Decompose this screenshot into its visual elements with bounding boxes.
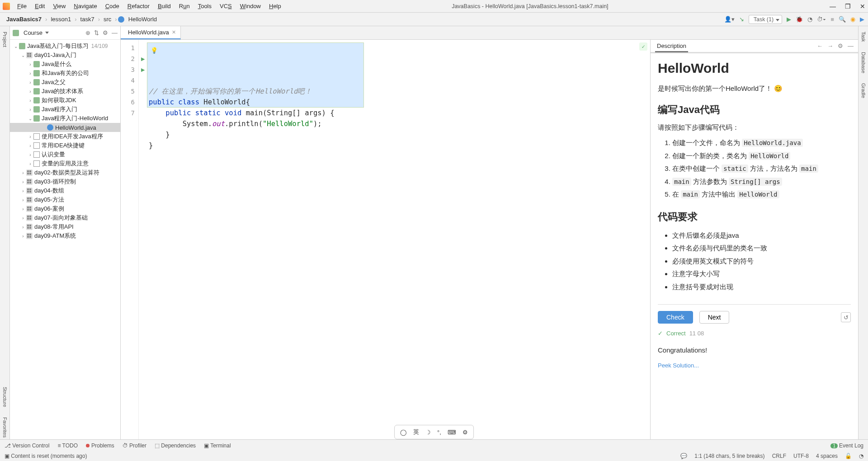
menu-help[interactable]: Help bbox=[265, 1, 285, 11]
crumb-1[interactable]: lesson1 bbox=[48, 15, 74, 24]
menu-view[interactable]: View bbox=[49, 1, 69, 11]
run-main-icon[interactable]: ▶ bbox=[139, 64, 147, 75]
coverage-icon[interactable]: ◔ bbox=[807, 16, 812, 23]
tree-item[interactable]: 变量的应用及注意 bbox=[10, 159, 120, 168]
run-gutter[interactable]: ▶▶ bbox=[139, 40, 147, 439]
crumb-2[interactable]: task7 bbox=[78, 15, 97, 24]
tool-task[interactable]: Task bbox=[861, 30, 866, 44]
menu-window[interactable]: Window bbox=[236, 1, 264, 11]
tree-day[interactable]: day05-方法 bbox=[10, 195, 120, 204]
minimize-icon[interactable]: — bbox=[830, 3, 836, 10]
inspection-ok-icon[interactable]: ✓ bbox=[639, 42, 647, 51]
hide-icon[interactable]: — bbox=[112, 29, 118, 36]
close-icon[interactable]: ✕ bbox=[860, 3, 865, 10]
peek-solution-link[interactable]: Peek Solution... bbox=[658, 362, 851, 369]
tree-item[interactable]: Java是什么 bbox=[10, 60, 120, 69]
encoding[interactable]: UTF-8 bbox=[793, 453, 809, 459]
gear-icon[interactable]: ⚙ bbox=[838, 42, 843, 49]
indent[interactable]: 4 spaces bbox=[816, 453, 838, 459]
tree-item[interactable]: Java之父 bbox=[10, 78, 120, 87]
menu-refactor[interactable]: Refactor bbox=[124, 1, 153, 11]
tool-project[interactable]: Project bbox=[2, 30, 8, 49]
menu-vcs[interactable]: VCS bbox=[216, 1, 236, 11]
tool-gradle[interactable]: Gradle bbox=[861, 81, 866, 100]
tree-item[interactable]: Java的技术体系 bbox=[10, 87, 120, 96]
menu-build[interactable]: Build bbox=[154, 1, 175, 11]
line-sep[interactable]: CRLF bbox=[772, 453, 786, 459]
notif-icon[interactable]: 💬 bbox=[680, 453, 687, 459]
next-button[interactable]: Next bbox=[699, 311, 730, 324]
caret-pos[interactable]: 1:1 (148 chars, 5 line breaks) bbox=[694, 453, 764, 459]
run-icon[interactable]: ▶ bbox=[787, 16, 791, 23]
menu-edit[interactable]: Edit bbox=[31, 1, 48, 11]
close-tab-icon[interactable]: ✕ bbox=[172, 29, 176, 35]
course-tree[interactable]: Java基础入门-每日练习14/109 day01-Java入门 Java是什么… bbox=[10, 40, 120, 439]
crumb-4[interactable]: HelloWorld bbox=[126, 15, 160, 24]
tree-root[interactable]: Java基础入门-每日练习14/109 bbox=[10, 42, 120, 51]
tool-deps[interactable]: ⬚ Dependencies bbox=[155, 442, 196, 449]
ime-logo-icon[interactable]: ◯ bbox=[400, 429, 407, 436]
tool-database[interactable]: Database bbox=[861, 50, 866, 75]
crumb-3[interactable]: src bbox=[101, 15, 114, 24]
menu-file[interactable]: FFileile bbox=[14, 1, 30, 11]
task-selector[interactable]: Task (1) bbox=[749, 15, 782, 24]
tree-day[interactable]: day02-数据类型及运算符 bbox=[10, 168, 120, 177]
tree-day[interactable]: day06-案例 bbox=[10, 204, 120, 213]
intention-bulb-icon[interactable]: 💡 bbox=[151, 45, 158, 56]
mem-icon[interactable]: ◔ bbox=[859, 453, 863, 459]
tool-structure[interactable]: Structure bbox=[2, 385, 8, 409]
search-icon[interactable]: 🔍 bbox=[839, 16, 846, 23]
maximize-icon[interactable]: ❐ bbox=[845, 3, 851, 10]
ime-gear-icon[interactable]: ⚙ bbox=[462, 429, 468, 436]
crumb-project[interactable]: JavaBasics7 bbox=[4, 15, 44, 24]
menu-code[interactable]: Code bbox=[102, 1, 123, 11]
tree-item[interactable]: 使用IDEA开发Java程序 bbox=[10, 132, 120, 141]
profile-icon[interactable]: ⏱▾ bbox=[817, 16, 826, 23]
tool-problems[interactable]: Problems bbox=[86, 442, 114, 449]
readonly-icon[interactable]: 🔓 bbox=[845, 453, 852, 459]
tool-vcs[interactable]: ⎇ Version Control bbox=[5, 442, 49, 449]
tool-terminal[interactable]: ▣ Terminal bbox=[204, 442, 231, 449]
tree-day[interactable]: day03-循环控制 bbox=[10, 177, 120, 186]
tree-item[interactable]: 认识变量 bbox=[10, 150, 120, 159]
tool-favorites[interactable]: Favorites bbox=[2, 415, 8, 439]
tree-item[interactable]: 如何获取JDK bbox=[10, 96, 120, 105]
ime-keyboard-icon[interactable]: ⌨ bbox=[448, 429, 456, 436]
check-button[interactable]: Check bbox=[658, 311, 693, 324]
desc-tab[interactable]: Description bbox=[655, 41, 688, 52]
editor-tab[interactable]: HelloWorld.java ✕ bbox=[121, 26, 181, 39]
reset-icon[interactable]: ↺ bbox=[841, 312, 851, 322]
user-icon[interactable]: 👤▾ bbox=[724, 16, 735, 23]
debug-icon[interactable]: 🐞 bbox=[796, 16, 803, 23]
tree-hw-file[interactable]: HelloWorld.java bbox=[10, 123, 120, 132]
learn-icon[interactable]: ▶ bbox=[860, 16, 864, 23]
tree-day[interactable]: day07-面向对象基础 bbox=[10, 213, 120, 222]
tree-day01[interactable]: day01-Java入门 bbox=[10, 51, 120, 60]
back-icon[interactable]: ← bbox=[817, 42, 823, 49]
ide-scripting-icon[interactable]: ◉ bbox=[850, 16, 855, 23]
ime-toolbar[interactable]: ◯ 英 ☽ °, ⌨ ⚙ bbox=[394, 425, 474, 439]
course-dropdown[interactable]: Course bbox=[21, 28, 52, 37]
tool-todo[interactable]: ≡ TODO bbox=[57, 442, 78, 449]
code-editor[interactable]: 💡 ✓ // 在这里，开始编写你的第一个HelloWorld吧！ public … bbox=[147, 40, 650, 439]
locate-icon[interactable]: ⊕ bbox=[85, 29, 90, 36]
collapse-icon[interactable]: ⇅ bbox=[94, 29, 99, 36]
ime-lang[interactable]: 英 bbox=[413, 428, 419, 436]
tree-day[interactable]: day08-常用API bbox=[10, 222, 120, 231]
tree-item[interactable]: 和Java有关的公司 bbox=[10, 69, 120, 78]
tool-eventlog[interactable]: 1Event Log bbox=[830, 442, 863, 449]
forward-icon[interactable]: → bbox=[827, 42, 833, 49]
run-class-icon[interactable]: ▶ bbox=[139, 53, 147, 64]
ime-punct-icon[interactable]: °, bbox=[437, 429, 441, 436]
menu-navigate[interactable]: Navigate bbox=[70, 1, 100, 11]
tool-profiler[interactable]: ⏱ Profiler bbox=[123, 442, 146, 449]
hide-panel-icon[interactable]: — bbox=[848, 42, 854, 49]
menu-run[interactable]: Run bbox=[175, 1, 193, 11]
tree-day[interactable]: day09-ATM系统 bbox=[10, 231, 120, 240]
tree-item[interactable]: 常用IDEA快捷键 bbox=[10, 141, 120, 150]
settings-icon[interactable]: ⚙ bbox=[103, 29, 108, 36]
description-content[interactable]: HelloWorld 是时候写出你的第一个HelloWorld了！ 😊 编写Ja… bbox=[651, 53, 858, 439]
tree-hw-parent[interactable]: Java程序入门-HelloWorld bbox=[10, 114, 120, 123]
ime-moon-icon[interactable]: ☽ bbox=[425, 429, 431, 436]
sync-icon[interactable]: ↘ bbox=[739, 16, 744, 23]
